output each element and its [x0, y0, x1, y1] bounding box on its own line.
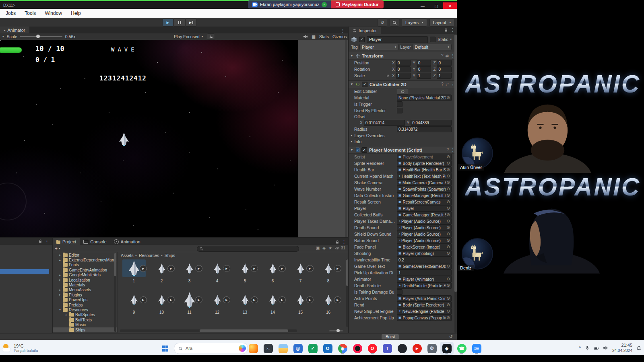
foldout-arrow-icon[interactable]: ▾: [58, 308, 62, 311]
used-by-effector-checkbox[interactable]: ✓: [397, 108, 402, 113]
object-field[interactable]: ▣ SpawnPoints (Spawner) ⊙: [397, 186, 452, 192]
object-field[interactable]: 1 ⊙: [397, 269, 452, 276]
folder-tree-item[interactable]: ▸ MenuAssets: [53, 288, 117, 292]
expand-subassets-icon[interactable]: ▶: [279, 296, 286, 303]
gameobject-name-input[interactable]: Player: [367, 36, 428, 43]
object-field[interactable]: ♪ Player (Audio Source) ⊙: [397, 231, 452, 237]
lock-icon[interactable]: [38, 239, 42, 243]
chrome-icon[interactable]: ◉: [336, 342, 349, 355]
expand-subassets-icon[interactable]: ▶: [140, 265, 147, 272]
menu-item[interactable]: Tools: [25, 10, 36, 16]
undo-history-button[interactable]: ↺: [378, 19, 387, 27]
notifications-bell-icon[interactable]: [637, 346, 641, 350]
asset-item[interactable]: ▶ 2: [148, 259, 175, 290]
object-field[interactable]: 0.2 ⊙: [397, 257, 452, 263]
axis-x-input[interactable]: 0: [396, 60, 411, 66]
object-picker-icon[interactable]: ⊙: [447, 232, 450, 236]
copilot-icon[interactable]: [239, 345, 246, 352]
asset-item[interactable]: ▶ 16: [314, 290, 342, 321]
foldout-arrow-icon[interactable]: ▸: [58, 288, 62, 292]
object-picker-icon[interactable]: ⊙: [447, 219, 450, 223]
object-field[interactable]: ▣ PopupCanvas (Popup Ma ⊙: [397, 315, 452, 321]
panel-menu-icon[interactable]: ⋮: [45, 239, 49, 244]
component-header-circle-collider[interactable]: ▼ ✓ Circle Collider 2D ? ⇄ ⋮: [349, 80, 457, 88]
asset-item[interactable]: ▶ 8: [314, 259, 342, 290]
expand-subassets-icon[interactable]: ▶: [279, 265, 286, 272]
lock-icon[interactable]: [444, 28, 448, 32]
property-checkbox[interactable]: [397, 289, 402, 295]
component-enabled-checkbox[interactable]: ✓: [362, 82, 367, 87]
expand-subassets-icon[interactable]: ▶: [251, 265, 258, 272]
component-enabled-checkbox[interactable]: ✓: [361, 147, 367, 153]
layer-dropdown[interactable]: Default▾: [413, 44, 452, 50]
object-field[interactable]: ▣ GameManager (Result Sc ⊙: [397, 192, 452, 199]
create-asset-button[interactable]: +▾: [55, 246, 60, 251]
edit-collider-button[interactable]: [397, 88, 408, 95]
folder-tree-item[interactable]: GameEntryAnimation: [53, 267, 117, 272]
breadcrumb-resources[interactable]: Resources: [139, 253, 159, 258]
folder-tree-item[interactable]: Music: [53, 322, 117, 327]
object-picker-icon[interactable]: ⊙: [447, 251, 450, 255]
folder-tree-item[interactable]: BuffTexts: [53, 317, 117, 322]
pause-button[interactable]: [174, 19, 185, 27]
game-view[interactable]: 10 / 10 0 / 1 WAVE 12312412412: [0, 40, 298, 237]
object-field[interactable]: ▣ ResultScreenCanvas ⊙: [397, 199, 452, 205]
folder-tree-item[interactable]: ▸ GoogleMobileAds: [53, 273, 117, 278]
outlook-icon[interactable]: O: [321, 342, 334, 355]
expand-subassets-icon[interactable]: ▶: [306, 296, 314, 303]
component-header-transform[interactable]: ▼ Transform ? ⇄ ⋮: [349, 52, 457, 60]
github-icon[interactable]: [395, 342, 409, 355]
object-picker-icon[interactable]: ⊙: [447, 239, 450, 243]
asset-item[interactable]: ▶ 9: [120, 290, 148, 321]
object-picker-icon[interactable]: ⊙: [447, 284, 450, 288]
object-field[interactable]: ▣ PlayerMovement ⊙: [397, 154, 452, 160]
axis-z-input[interactable]: 0: [437, 60, 452, 66]
volume-icon[interactable]: [603, 346, 608, 350]
debug-icon[interactable]: [207, 33, 215, 40]
thumbnail-size-knob[interactable]: [336, 329, 340, 332]
clock-widget[interactable]: 21:45 24.04.2024: [612, 343, 632, 353]
battery-icon[interactable]: [594, 347, 599, 350]
expand-subassets-icon[interactable]: ▶: [223, 296, 230, 303]
tray-chevron-icon[interactable]: ^: [579, 346, 581, 350]
presets-icon[interactable]: ⇄: [446, 82, 449, 86]
object-picker-icon[interactable]: ⊙: [447, 213, 450, 217]
axis-y-input[interactable]: 1: [417, 73, 431, 79]
asset-item[interactable]: ▶ 15: [287, 290, 314, 321]
lock-icon[interactable]: [335, 240, 339, 244]
menu-item[interactable]: Help: [71, 10, 81, 16]
taskbar-weather-widget[interactable]: 19°C Parçalı bulutlu: [2, 341, 38, 354]
axis-y-input[interactable]: 0: [417, 66, 431, 72]
layer-overrides-foldout[interactable]: ▸ Layer Overrides: [349, 132, 457, 138]
grid-hscrollbar[interactable]: [120, 329, 297, 332]
mute-audio-icon[interactable]: [303, 35, 308, 39]
object-field[interactable]: T HealthText (Text Mesh Pr ⊙: [397, 173, 452, 179]
static-checkbox[interactable]: ✓: [430, 37, 436, 42]
folder-tree-item[interactable]: ▸ Localization: [53, 278, 117, 282]
todo-check-icon[interactable]: ✓: [306, 342, 320, 355]
object-picker-icon[interactable]: ⊙: [447, 200, 450, 204]
menu-item[interactable]: Window: [45, 10, 62, 16]
favorites-icon[interactable]: ★: [328, 246, 332, 250]
foldout-arrow-icon[interactable]: ▸: [58, 278, 62, 282]
display-dropdown-icon[interactable]: ▾: [2, 35, 4, 38]
offset-x-input[interactable]: 0.0104014: [364, 120, 405, 126]
tree-scrollbar[interactable]: [114, 253, 116, 332]
panel-menu-icon[interactable]: ⋮: [450, 27, 455, 33]
object-picker-icon[interactable]: ⊙: [447, 168, 450, 172]
folder-tree-item[interactable]: Ships: [53, 327, 117, 332]
axis-z-input[interactable]: 1: [437, 73, 452, 79]
foldout-arrow-icon[interactable]: ▸: [58, 274, 62, 277]
object-picker-icon[interactable]: ⊙: [447, 155, 450, 159]
object-picker-icon[interactable]: ⊙: [447, 96, 450, 100]
microphone-icon[interactable]: [585, 346, 589, 350]
unity-icon[interactable]: ◈: [440, 342, 454, 355]
object-picker-icon[interactable]: ⊙: [447, 226, 450, 230]
tree-scrollbar-thumb[interactable]: [114, 253, 116, 276]
axis-x-input[interactable]: 1: [396, 73, 411, 79]
stats-button[interactable]: Stats: [319, 34, 329, 39]
asset-item[interactable]: ▶ 13: [231, 290, 259, 321]
expand-subassets-icon[interactable]: ▶: [195, 296, 202, 303]
info-foldout[interactable]: ▸ Info: [349, 138, 457, 144]
tab-animator[interactable]: ▸ Animator: [0, 27, 29, 33]
